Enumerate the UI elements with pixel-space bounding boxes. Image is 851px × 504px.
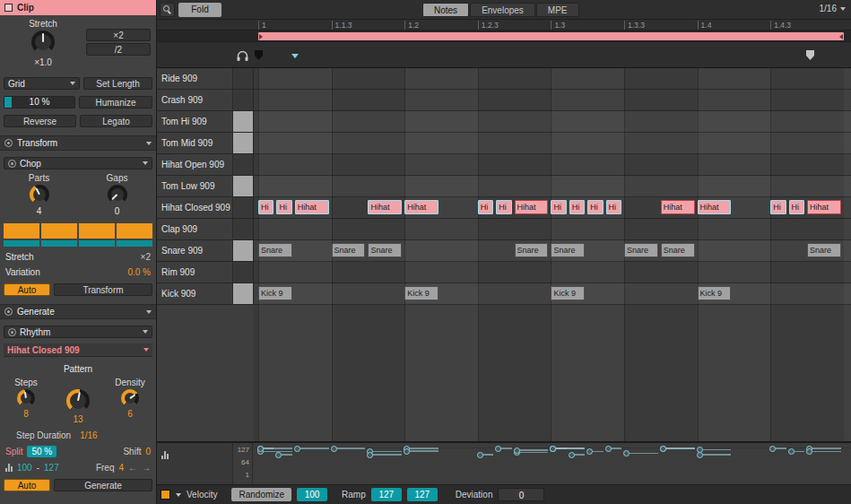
transform-toggle-icon[interactable]: [4, 139, 13, 147]
velocity-marker[interactable]: [367, 452, 373, 458]
velocity-marker[interactable]: [788, 448, 795, 455]
midi-note[interactable]: Hi: [496, 200, 511, 214]
velocity-grid[interactable]: [254, 443, 851, 484]
track-name[interactable]: Clap 909: [157, 219, 233, 240]
velocity-lane-header[interactable]: [157, 443, 233, 484]
velocity-marker[interactable]: [769, 446, 776, 452]
pad-swatch[interactable]: [233, 68, 254, 90]
track-name[interactable]: Tom Mid 909: [157, 133, 233, 154]
pad-swatch[interactable]: [233, 90, 254, 111]
clip-title-bar[interactable]: Clip: [0, 0, 156, 15]
ruler-tick[interactable]: 1.4: [698, 21, 712, 30]
generate-section-header[interactable]: Generate: [0, 304, 156, 319]
ruler-tick[interactable]: 1.1.3: [332, 21, 352, 30]
shift-value[interactable]: 0: [145, 447, 151, 456]
midi-note[interactable]: Hihat: [698, 200, 732, 214]
transform-auto-button[interactable]: Auto: [4, 283, 50, 296]
density-value[interactable]: 6: [127, 409, 133, 419]
velocity-marker[interactable]: [586, 448, 593, 455]
midi-note[interactable]: Hihat: [661, 200, 695, 214]
pattern-knob[interactable]: [66, 389, 90, 413]
note-lane[interactable]: [254, 154, 851, 176]
note-lane[interactable]: [254, 262, 851, 283]
midi-note[interactable]: Hihat: [368, 200, 402, 214]
velocity-marker[interactable]: [404, 448, 410, 455]
midi-note[interactable]: Hi: [789, 200, 804, 214]
midi-note[interactable]: Snare: [807, 243, 841, 257]
reverse-button[interactable]: Reverse: [4, 115, 76, 127]
parts-value[interactable]: 4: [37, 206, 42, 216]
stretch-value[interactable]: ×1.0: [7, 57, 79, 67]
note-lane[interactable]: [254, 219, 851, 240]
ramp-start-value[interactable]: 127: [371, 488, 402, 501]
steps-knob[interactable]: [17, 389, 35, 407]
pad-swatch[interactable]: [233, 133, 254, 154]
midi-note[interactable]: Snare: [624, 243, 658, 257]
generate-mode-dropdown[interactable]: Rhythm: [4, 326, 152, 338]
midi-note[interactable]: Kick 9: [698, 286, 732, 300]
grid-resolution-dropdown[interactable]: 1/16: [820, 4, 846, 13]
track-name[interactable]: Hihat Closed 909: [157, 197, 233, 219]
midi-note[interactable]: Hi: [569, 200, 585, 214]
legato-button[interactable]: Legato: [80, 115, 152, 127]
chevron-down-icon[interactable]: [146, 142, 152, 145]
velocity-marker[interactable]: [605, 446, 612, 452]
generate-apply-button[interactable]: Generate: [54, 479, 152, 491]
grid-dropdown[interactable]: Grid: [4, 77, 80, 90]
step-duration-value[interactable]: 1/16: [80, 430, 97, 440]
gaps-knob[interactable]: [108, 185, 127, 204]
pad-swatch[interactable]: [233, 197, 254, 219]
insert-marker[interactable]: [291, 54, 299, 58]
midi-note[interactable]: Snare: [368, 243, 402, 257]
transform-section-header[interactable]: Transform: [0, 135, 156, 151]
midi-note[interactable]: Snare: [515, 243, 549, 257]
tab-envelopes[interactable]: Envelopes: [470, 3, 535, 17]
scrub-area[interactable]: [157, 42, 851, 68]
midi-note[interactable]: Hi: [478, 200, 493, 214]
tab-notes[interactable]: Notes: [422, 3, 469, 17]
variation-value[interactable]: 0.0 %: [127, 267, 151, 277]
fold-button[interactable]: Fold: [178, 3, 221, 17]
ruler-tick[interactable]: 1.2: [404, 21, 419, 30]
track-name[interactable]: Snare 909: [157, 240, 233, 262]
gaps-value[interactable]: 0: [115, 206, 120, 216]
nudge-left-icon[interactable]: ←: [128, 463, 137, 473]
deviation-value[interactable]: 0: [498, 488, 544, 501]
ruler-tick[interactable]: 1.2.3: [478, 21, 499, 30]
track-name[interactable]: Kick 909: [157, 283, 233, 305]
velocity-marker[interactable]: [569, 452, 575, 458]
track-name[interactable]: Tom Hi 909: [157, 111, 233, 133]
chop-stretch-value[interactable]: ×2: [141, 252, 151, 262]
time-ruler[interactable]: 11.1.31.21.2.31.31.3.31.41.4.3: [157, 20, 851, 30]
ruler-tick[interactable]: 1.4.3: [770, 21, 791, 30]
midi-note[interactable]: Hihat: [807, 200, 841, 214]
loop-brace[interactable]: [258, 32, 844, 40]
pad-swatch[interactable]: [233, 262, 254, 283]
note-lane[interactable]: HiHiHihatHihatHihatHiHiHihatHiHiHiHiHiha…: [254, 197, 851, 219]
set-length-button[interactable]: Set Length: [83, 77, 152, 90]
generate-auto-button[interactable]: Auto: [4, 479, 50, 491]
midi-note[interactable]: Hi: [258, 200, 274, 214]
humanize-button[interactable]: Humanize: [79, 96, 152, 109]
velocity-marker[interactable]: [660, 446, 666, 452]
velocity-marker[interactable]: [331, 446, 337, 452]
velocity-marker[interactable]: [550, 446, 556, 452]
track-name[interactable]: Tom Low 909: [157, 176, 233, 197]
note-lane[interactable]: [254, 176, 851, 197]
midi-note[interactable]: Kick 9: [404, 286, 439, 300]
pad-swatch[interactable]: [233, 219, 254, 240]
density-knob[interactable]: [121, 389, 139, 407]
track-name[interactable]: Rim 909: [157, 262, 233, 283]
loop-bar-lane[interactable]: [157, 30, 851, 42]
transform-apply-button[interactable]: Transform: [54, 283, 152, 296]
velocity-marker[interactable]: [514, 448, 520, 454]
clip-end-marker[interactable]: [806, 50, 814, 60]
velocity-marker[interactable]: [697, 447, 703, 453]
velocity-marker[interactable]: [477, 452, 483, 458]
velocity-marker[interactable]: [623, 450, 630, 456]
note-lane[interactable]: [254, 111, 851, 133]
stretch-double-button[interactable]: ×2: [86, 29, 151, 41]
midi-note[interactable]: Hi: [606, 200, 621, 214]
ruler-tick[interactable]: 1.3.3: [624, 21, 645, 30]
steps-value[interactable]: 8: [23, 409, 29, 419]
